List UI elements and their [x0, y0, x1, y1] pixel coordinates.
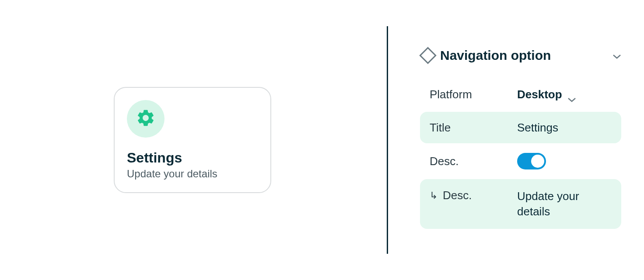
desc-toggle-row: Desc.: [420, 145, 621, 177]
chevron-down-icon: [612, 53, 621, 58]
desc-toggle[interactable]: [517, 153, 546, 169]
card-description: Update your details: [127, 168, 258, 180]
sub-arrow-icon: ↳: [430, 190, 438, 201]
gear-icon: [136, 108, 156, 130]
diamond-icon: [419, 47, 437, 64]
platform-label: Platform: [430, 88, 517, 101]
platform-value: Desktop: [517, 88, 562, 101]
chevron-down-icon: [567, 92, 576, 97]
card-icon-circle: [127, 100, 164, 138]
platform-dropdown[interactable]: Desktop: [517, 88, 612, 101]
title-value: Settings: [517, 121, 558, 135]
desc-value-label: ↳ Desc.: [430, 189, 517, 202]
desc-value-label-text: Desc.: [443, 189, 472, 202]
panel-header[interactable]: Navigation option: [420, 48, 621, 63]
platform-row: Platform Desktop: [420, 79, 621, 110]
navigation-card[interactable]: Settings Update your details: [114, 87, 271, 193]
properties-panel: Navigation option Platform Desktop Title…: [420, 48, 621, 231]
desc-value-text: Update your details: [517, 189, 612, 219]
panel-title: Navigation option: [440, 48, 606, 63]
title-row: Title Settings: [420, 112, 621, 143]
preview-area: Settings Update your details: [0, 0, 385, 280]
desc-value-input[interactable]: Update your details: [517, 189, 612, 219]
desc-value-row: ↳ Desc. Update your details: [420, 179, 621, 229]
title-input[interactable]: Settings: [517, 121, 612, 135]
vertical-divider: [387, 26, 388, 254]
toggle-knob: [531, 155, 544, 168]
desc-toggle-label: Desc.: [430, 155, 517, 168]
title-label: Title: [430, 121, 517, 135]
card-title: Settings: [127, 150, 258, 166]
